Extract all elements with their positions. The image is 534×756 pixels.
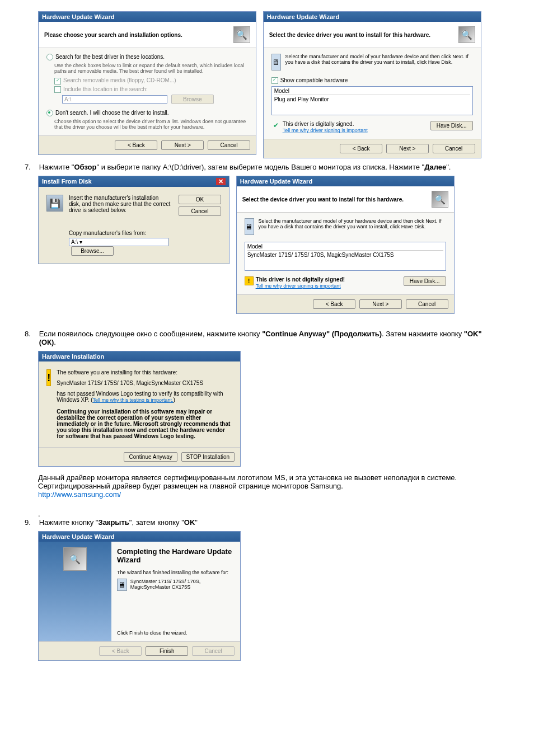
click-finish-text: Click Finish to close the wizard. xyxy=(117,630,235,636)
radio-search-best-desc: Use the check boxes below to limit or ex… xyxy=(54,63,248,74)
next-button[interactable]: Next > xyxy=(359,299,402,309)
model-header: Model xyxy=(274,88,470,95)
not-signed-text: This driver is not digitally signed! xyxy=(256,276,345,283)
have-disk-button[interactable]: Have Disk... xyxy=(404,276,446,286)
cancel-button: Cancel xyxy=(192,646,235,656)
browse-button: Browse xyxy=(171,95,214,104)
monitor-icon: 🖥 xyxy=(245,218,254,235)
cancel-button[interactable]: Cancel xyxy=(406,299,448,309)
hardware-update-wizard-select-model: Hardware Update Wizard Select the device… xyxy=(236,176,455,314)
have-disk-button[interactable]: Have Disk... xyxy=(430,121,473,130)
ok-button[interactable]: OK xyxy=(179,195,221,204)
finished-text: The wizard has finished installing the s… xyxy=(117,570,235,575)
continue-anyway-button[interactable]: Continue Anyway xyxy=(124,452,177,462)
monitor-icon: 🖥 xyxy=(271,54,281,71)
next-button[interactable]: Next > xyxy=(386,144,429,153)
back-button[interactable]: < Back xyxy=(115,140,157,150)
step-number: 8. xyxy=(25,330,37,338)
hardware-update-wizard-select: Hardware Update Wizard Select the device… xyxy=(263,11,481,158)
check-include-location-label: Include this location in the search: xyxy=(63,86,148,92)
hardware-update-wizard-complete: Hardware Update Wizard 🔍 Completing the … xyxy=(38,531,241,661)
titlebar: Hardware Update Wizard xyxy=(237,176,454,186)
radio-dont-search[interactable] xyxy=(46,110,53,116)
next-button[interactable]: Next > xyxy=(161,140,204,150)
radio-dont-search-desc: Choose this option to select the device … xyxy=(54,119,248,130)
wizard-icon: 🔍 xyxy=(63,547,87,571)
step-number: 9. xyxy=(25,518,37,527)
model-text: SyncMaster 171S/ 175S/ 170S, MagicSyncMa… xyxy=(130,579,235,591)
path-input: A:\ xyxy=(62,95,167,104)
check-show-compatible[interactable] xyxy=(271,77,278,84)
ifd-message: Insert the manufacturer's installation d… xyxy=(69,195,171,213)
step-8-note: Данный драйвер монитора является сертифи… xyxy=(38,473,512,490)
back-button[interactable]: < Back xyxy=(313,299,355,309)
titlebar: Hardware Update Wizard xyxy=(39,532,240,542)
titlebar: Hardware Update Wizard xyxy=(264,12,481,22)
finish-button[interactable]: Finish xyxy=(146,646,188,656)
wizard-icon: 🔍 xyxy=(233,26,250,43)
radio-search-best[interactable] xyxy=(46,54,53,60)
wizard-header: Select the device driver you want to ins… xyxy=(242,196,404,203)
step-9-text: Нажмите кнопку "Закрыть", затем кнопку "… xyxy=(39,518,498,527)
model-list[interactable]: Model Plug and Play Monitor xyxy=(271,86,473,115)
step-9-dot: . xyxy=(38,510,512,518)
back-button[interactable]: < Back xyxy=(340,144,382,153)
copy-from-label: Copy manufacturer's files from: xyxy=(69,230,171,236)
step-7-text: Нажмите "Обзор" и выберите папку A:\(D:\… xyxy=(39,163,498,171)
warning-icon: ! xyxy=(46,369,51,386)
cancel-button[interactable]: Cancel xyxy=(208,140,250,150)
signed-text: This driver is digitally signed. xyxy=(283,121,368,127)
hardware-update-wizard-search: Hardware Update Wizard Please choose you… xyxy=(38,11,256,155)
hw-line3: has not passed Windows Logo testing to v… xyxy=(57,391,232,403)
check-removable xyxy=(54,78,61,84)
hw-line1: The software you are installing for this… xyxy=(57,369,232,375)
wizard-header: Please choose your search and installati… xyxy=(44,32,182,38)
step-number: 7. xyxy=(25,163,37,171)
hw-line2: SyncMaster 171S/ 175S/ 170S, MagicSyncMa… xyxy=(57,380,232,386)
logo-testing-link[interactable]: Tell me why this testing is important. xyxy=(93,397,174,403)
install-from-disk-dialog: Install From Disk ✕ 💾 Insert the manufac… xyxy=(38,176,229,264)
radio-dont-search-label: Don't search. I will choose the driver t… xyxy=(55,110,169,116)
hardware-installation-dialog: Hardware Installation ! The software you… xyxy=(38,351,241,467)
cancel-button[interactable]: Cancel xyxy=(433,144,475,153)
cancel-button[interactable]: Cancel xyxy=(179,206,221,216)
close-icon[interactable]: ✕ xyxy=(216,178,226,185)
hw-warning: Continuing your installation of this sof… xyxy=(57,408,232,439)
path-combo[interactable]: A:\ ▾ xyxy=(69,238,168,246)
signing-link[interactable]: Tell me why driver signing is important xyxy=(256,283,341,289)
back-button: < Back xyxy=(99,646,142,656)
complete-heading: Completing the Hardware Update Wizard xyxy=(117,547,235,564)
signing-link[interactable]: Tell me why driver signing is important xyxy=(283,128,368,133)
signed-icon: ✔ xyxy=(271,121,280,130)
step-8-text: Если появилось следующее окно с сообщени… xyxy=(39,330,498,346)
check-removable-label: Search removable media (floppy, CD-ROM..… xyxy=(63,77,176,83)
check-show-compatible-label: Show compatible hardware xyxy=(280,77,348,83)
stop-installation-button[interactable]: STOP Installation xyxy=(181,452,235,462)
wizard-desc: Select the manufacturer and model of you… xyxy=(259,218,446,235)
wizard-desc: Select the manufacturer and model of you… xyxy=(285,54,473,71)
radio-search-best-label: Search for the best driver in these loca… xyxy=(55,54,165,60)
monitor-icon: 🖥 xyxy=(117,579,127,591)
titlebar: Hardware Installation xyxy=(39,351,240,361)
disk-icon: 💾 xyxy=(46,195,63,212)
browse-button[interactable]: Browse... xyxy=(71,246,114,256)
model-item[interactable]: SyncMaster 171S/ 175S/ 170S, MagicSyncMa… xyxy=(247,252,443,258)
titlebar: Hardware Update Wizard xyxy=(39,12,256,22)
model-header: Model xyxy=(247,243,443,251)
model-item[interactable]: Plug and Play Monitor xyxy=(274,96,470,102)
wizard-header: Select the device driver you want to ins… xyxy=(269,32,430,38)
wizard-icon: 🔍 xyxy=(432,191,448,208)
wizard-icon: 🔍 xyxy=(458,26,475,43)
model-list[interactable]: Model SyncMaster 171S/ 175S/ 170S, Magic… xyxy=(245,242,446,271)
warning-icon: ! xyxy=(245,276,254,285)
samsung-link[interactable]: http://www.samsung.com/ xyxy=(38,490,512,499)
check-include-location xyxy=(54,86,61,93)
titlebar: Install From Disk ✕ xyxy=(39,176,229,187)
